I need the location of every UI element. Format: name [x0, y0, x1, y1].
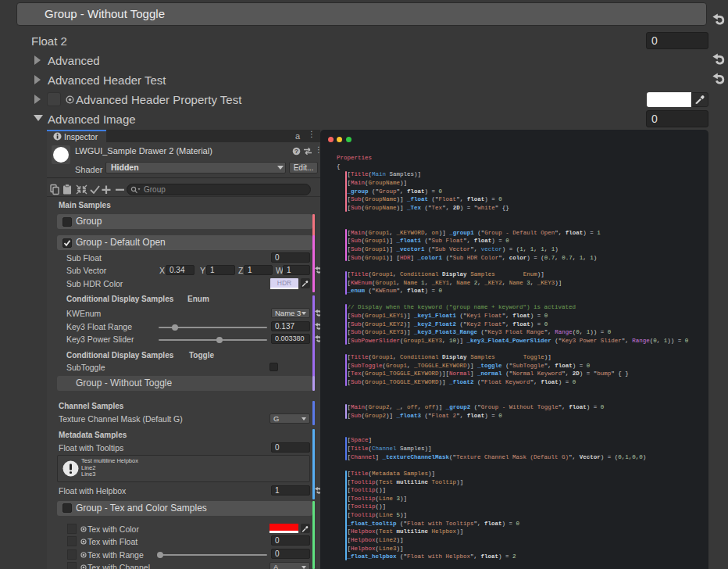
- svg-text:?: ?: [294, 148, 298, 155]
